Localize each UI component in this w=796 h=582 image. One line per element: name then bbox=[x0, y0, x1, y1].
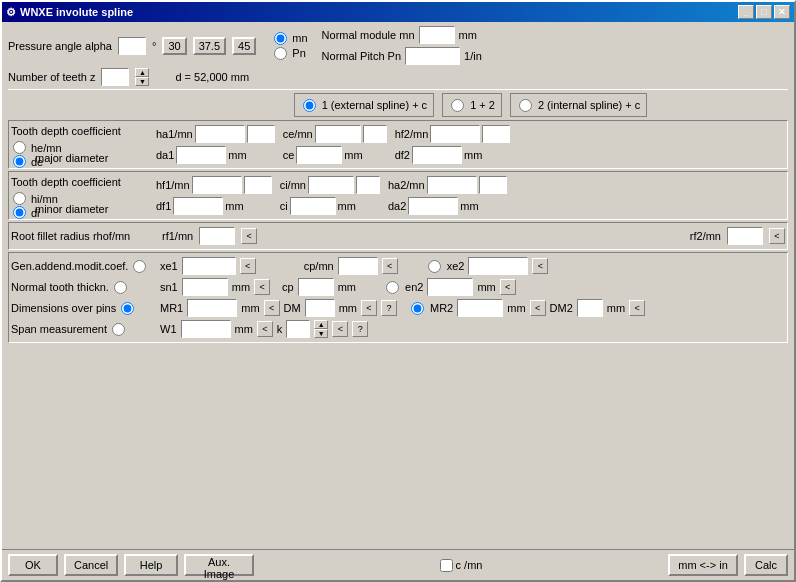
normal-module-input[interactable]: 6.5 bbox=[419, 26, 455, 44]
ok-button[interactable]: OK bbox=[8, 554, 58, 576]
en2-input[interactable]: 12.531 bbox=[427, 278, 473, 296]
dm-input[interactable]: 16 bbox=[305, 299, 335, 317]
teeth-input[interactable]: 8 bbox=[101, 68, 129, 86]
ha2-input2[interactable]: 0.45 bbox=[479, 176, 507, 194]
ci-input[interactable]: 0.1538 bbox=[308, 176, 354, 194]
module-pitch-group: Normal module mn 6.5 mm Normal Pitch Pn … bbox=[322, 26, 482, 65]
pn-radio-label[interactable]: Pn bbox=[272, 47, 307, 60]
xe2-less-button[interactable]: < bbox=[532, 258, 548, 274]
ci-input2[interactable]: 0.1 bbox=[356, 176, 380, 194]
dim-pins-row: Dimensions over pins MR1 82.000 mm < DM … bbox=[11, 299, 785, 317]
xe1-input[interactable]: 0.26923 bbox=[182, 257, 236, 275]
he-mn-radio[interactable] bbox=[13, 141, 26, 154]
ha1-input2[interactable]: 0.45 bbox=[247, 125, 275, 143]
hf2-input[interactable]: 0.53695 bbox=[430, 125, 480, 143]
upper-col1: ha1/mn 0.42307 0.45 da1 61 mm bbox=[156, 125, 275, 164]
dm2-less-button[interactable]: < bbox=[629, 300, 645, 316]
w1-input[interactable]: 30.697 bbox=[181, 320, 231, 338]
maximize-button[interactable]: □ bbox=[756, 5, 772, 19]
da2-input[interactable]: 51 bbox=[408, 197, 458, 215]
dm-less-button[interactable]: < bbox=[361, 300, 377, 316]
c-mn-checkbox[interactable] bbox=[440, 559, 453, 572]
mr2-input[interactable]: 37.505 bbox=[457, 299, 503, 317]
k-less-button[interactable]: < bbox=[332, 321, 348, 337]
k-question-button[interactable]: ? bbox=[352, 321, 368, 337]
xe2-radio[interactable] bbox=[428, 260, 441, 273]
mm-in-button[interactable]: mm <-> in bbox=[668, 554, 738, 576]
normal-pitch-label: Normal Pitch Pn bbox=[322, 50, 401, 62]
tab1-radio[interactable] bbox=[303, 99, 316, 112]
df1-row: df1 49 mm bbox=[156, 197, 272, 215]
ci2-input[interactable]: 1 bbox=[290, 197, 336, 215]
hi-mn-radio[interactable] bbox=[13, 192, 26, 205]
cp-mn-input[interactable]: 0.0461 bbox=[338, 257, 378, 275]
ce-input2[interactable]: 0.1 bbox=[363, 125, 387, 143]
de-radio[interactable] bbox=[13, 155, 26, 168]
rf2-less-button[interactable]: < bbox=[769, 228, 785, 244]
dm2-input[interactable]: 12 bbox=[577, 299, 603, 317]
tab3-radio[interactable] bbox=[519, 99, 532, 112]
cp-input[interactable]: 0.3 bbox=[298, 278, 334, 296]
ha2-input[interactable]: 0.38612 bbox=[427, 176, 477, 194]
rf2-input[interactable]: 0.15 bbox=[727, 227, 763, 245]
pressure-angle-input[interactable]: 30 bbox=[118, 37, 146, 55]
ci-row: ci/mn 0.1538 0.1 bbox=[280, 176, 380, 194]
ha1-input[interactable]: 0.42307 bbox=[195, 125, 245, 143]
tab2-radio[interactable] bbox=[451, 99, 464, 112]
angle-30-button[interactable]: 30 bbox=[162, 37, 186, 55]
cp-mn-less-button[interactable]: < bbox=[382, 258, 398, 274]
close-button[interactable]: ✕ bbox=[774, 5, 790, 19]
dm-question-button[interactable]: ? bbox=[381, 300, 397, 316]
help-button[interactable]: Help bbox=[124, 554, 178, 576]
ce-input[interactable]: 0.1538 bbox=[315, 125, 361, 143]
pn-radio[interactable] bbox=[274, 47, 287, 60]
mr2-radio[interactable] bbox=[411, 302, 424, 315]
mn-radio[interactable] bbox=[274, 32, 287, 45]
mr1-less-button[interactable]: < bbox=[264, 300, 280, 316]
normal-pitch-input[interactable]: 3.90769 bbox=[405, 47, 460, 65]
span-radio[interactable] bbox=[112, 323, 125, 336]
xe2-input[interactable]: -0.30920 bbox=[468, 257, 528, 275]
di-radio[interactable] bbox=[13, 206, 26, 219]
lower-section: Tooth depth coefficient hi/mn di minor d… bbox=[8, 171, 788, 220]
mn-radio-label[interactable]: mn bbox=[272, 32, 307, 45]
hf1-input2[interactable]: 0.55 bbox=[244, 176, 272, 194]
c-mn-label[interactable]: c /mn bbox=[440, 559, 483, 572]
mr1-input[interactable]: 82.000 bbox=[187, 299, 237, 317]
df2-input[interactable]: 63 bbox=[412, 146, 462, 164]
df1-input[interactable]: 49 bbox=[173, 197, 223, 215]
root-fillet-label: Root fillet radius rhof/mn bbox=[11, 230, 130, 242]
k-up-button[interactable]: ▲ bbox=[314, 320, 328, 329]
normal-pitch-unit: 1/in bbox=[464, 50, 482, 62]
ce2-input[interactable]: 1 bbox=[296, 146, 342, 164]
calc-button[interactable]: Calc bbox=[744, 554, 788, 576]
gen-radio[interactable] bbox=[133, 260, 146, 273]
en2-less-button[interactable]: < bbox=[500, 279, 516, 295]
rf1-less-button[interactable]: < bbox=[241, 228, 257, 244]
xe1-less-button[interactable]: < bbox=[240, 258, 256, 274]
pn-label: Pn bbox=[292, 47, 305, 59]
k-down-button[interactable]: ▼ bbox=[314, 329, 328, 338]
k-input[interactable]: 2 bbox=[286, 320, 310, 338]
norm-radio[interactable] bbox=[114, 281, 127, 294]
hf2-input2[interactable]: 0.55 bbox=[482, 125, 510, 143]
angle-375-button[interactable]: 37.5 bbox=[193, 37, 226, 55]
sn1-input[interactable]: 12.231 bbox=[182, 278, 228, 296]
tab2-group: 1 + 2 bbox=[442, 93, 502, 117]
teeth-down-button[interactable]: ▼ bbox=[135, 77, 149, 86]
minimize-button[interactable]: _ bbox=[738, 5, 754, 19]
da1-input[interactable]: 61 bbox=[176, 146, 226, 164]
span-left: Span measurement bbox=[11, 323, 156, 336]
angle-45-button[interactable]: 45 bbox=[232, 37, 256, 55]
en2-radio[interactable] bbox=[386, 281, 399, 294]
w1-less-button[interactable]: < bbox=[257, 321, 273, 337]
mr2-less-button[interactable]: < bbox=[530, 300, 546, 316]
teeth-up-button[interactable]: ▲ bbox=[135, 68, 149, 77]
ha1-label: ha1/mn bbox=[156, 128, 193, 140]
hf1-input[interactable]: 0.50000 bbox=[192, 176, 242, 194]
cancel-button[interactable]: Cancel bbox=[64, 554, 118, 576]
aux-image-button[interactable]: Aux. Image bbox=[184, 554, 254, 576]
sn1-less-button[interactable]: < bbox=[254, 279, 270, 295]
dim-radio[interactable] bbox=[121, 302, 134, 315]
rf1-input[interactable]: 0.15 bbox=[199, 227, 235, 245]
